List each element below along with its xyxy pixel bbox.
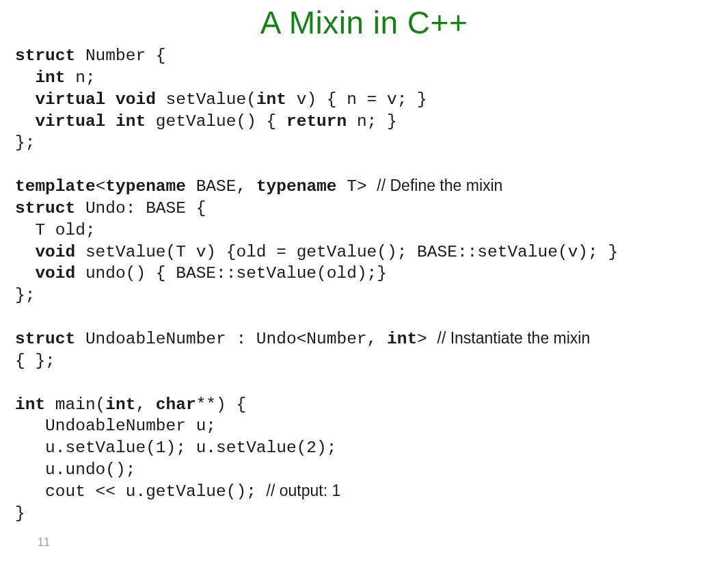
keyword-template: template — [15, 177, 96, 196]
code-text: BASE, — [186, 177, 256, 196]
code-text: setValue(T v) {old = getValue(); BASE::s… — [75, 243, 618, 261]
code-text — [15, 112, 35, 131]
keyword-void: void — [35, 243, 75, 261]
code-text: **) { — [196, 395, 247, 414]
keyword-int: int — [387, 330, 417, 348]
keyword-void: void — [35, 264, 75, 283]
slide-title: A Mixin in C++ — [0, 4, 728, 41]
code-text: v) { n = v; } — [286, 90, 427, 109]
keyword-typename: typename — [105, 177, 186, 196]
code-text: > — [417, 330, 437, 348]
slide: A Mixin in C++ struct Number { int n; vi… — [0, 4, 728, 561]
slide-number: 11 — [38, 536, 50, 549]
keyword-char: char — [156, 395, 196, 414]
code-text: n; — [66, 68, 96, 87]
code-text: setValue( — [156, 90, 256, 109]
code-text: < — [96, 177, 106, 196]
code-text: }; — [15, 286, 35, 304]
comment-define-mixin: // Define the mixin — [377, 177, 502, 194]
code-text: Undo: BASE { — [75, 199, 206, 218]
code-text: T> — [337, 177, 377, 196]
code-text: u.undo(); — [15, 460, 135, 479]
code-text: UndoableNumber u; — [15, 417, 216, 435]
comment-output: // output: 1 — [267, 482, 341, 499]
keyword-int: int — [105, 395, 135, 414]
code-text: } — [15, 504, 25, 523]
comment-instantiate-mixin: // Instantiate the mixin — [437, 329, 591, 347]
code-text: cout << u.getValue(); — [15, 482, 267, 501]
code-text: getValue() { — [146, 112, 286, 131]
code-text: n; } — [347, 112, 397, 131]
keyword-struct: struct — [15, 330, 75, 348]
keyword-virtual-int: virtual int — [35, 112, 146, 131]
code-text: T old; — [15, 221, 96, 239]
keyword-struct: struct — [15, 47, 75, 65]
code-block: struct Number { int n; virtual void setV… — [0, 45, 728, 525]
keyword-int: int — [35, 68, 65, 87]
code-text — [15, 243, 35, 261]
keyword-struct: struct — [15, 199, 75, 218]
code-text: }; — [15, 133, 35, 152]
code-text: , — [135, 395, 155, 414]
code-text: Number { — [75, 47, 165, 65]
code-text — [15, 90, 35, 109]
keyword-virtual-void: virtual void — [35, 90, 155, 109]
keyword-int: int — [15, 395, 45, 414]
code-text — [15, 264, 35, 283]
code-text: { }; — [15, 352, 55, 370]
keyword-return: return — [286, 112, 347, 131]
code-text — [15, 68, 35, 87]
keyword-int: int — [256, 90, 286, 109]
code-text: UndoableNumber : Undo<Number, — [75, 330, 387, 348]
code-text: main( — [45, 395, 105, 414]
keyword-typename: typename — [256, 177, 337, 196]
code-text: u.setValue(1); u.setValue(2); — [15, 439, 336, 457]
code-text: undo() { BASE::setValue(old);} — [75, 264, 387, 283]
